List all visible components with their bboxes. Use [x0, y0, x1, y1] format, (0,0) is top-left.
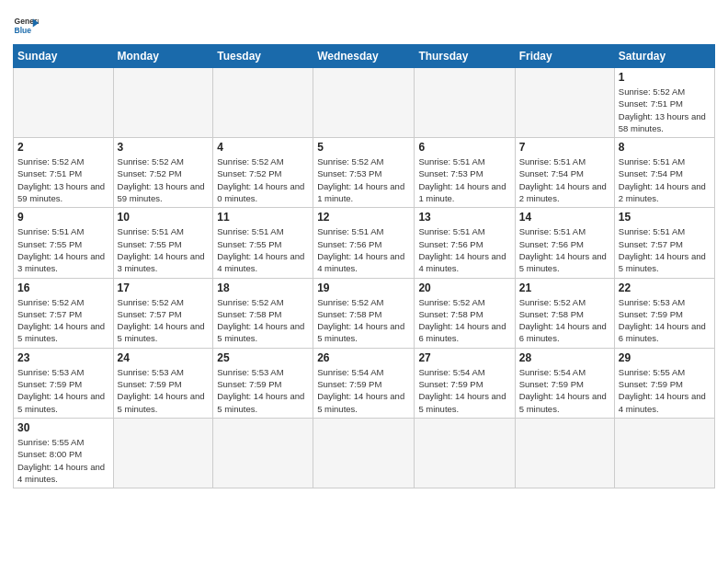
calendar-day-cell — [415, 418, 515, 488]
calendar-day-cell — [213, 418, 313, 488]
calendar-day-cell: 17Sunrise: 5:52 AM Sunset: 7:57 PM Dayli… — [113, 278, 213, 348]
day-info: Sunrise: 5:52 AM Sunset: 7:57 PM Dayligh… — [17, 296, 109, 345]
calendar-day-cell — [614, 418, 714, 488]
day-number: 21 — [519, 282, 610, 294]
calendar-day-cell: 19Sunrise: 5:52 AM Sunset: 7:58 PM Dayli… — [313, 278, 415, 348]
day-number: 11 — [217, 211, 309, 224]
calendar-day-cell: 10Sunrise: 5:51 AM Sunset: 7:55 PM Dayli… — [113, 208, 213, 278]
day-number: 10 — [118, 211, 210, 224]
weekday-header: Sunday — [14, 45, 114, 68]
calendar-day-cell: 7Sunrise: 5:51 AM Sunset: 7:54 PM Daylig… — [515, 138, 614, 208]
day-info: Sunrise: 5:52 AM Sunset: 7:51 PM Dayligh… — [17, 155, 109, 204]
calendar-day-cell: 12Sunrise: 5:51 AM Sunset: 7:56 PM Dayli… — [313, 208, 415, 278]
day-number: 2 — [17, 141, 109, 154]
weekday-header: Thursday — [415, 45, 515, 68]
day-info: Sunrise: 5:55 AM Sunset: 8:00 PM Dayligh… — [17, 436, 109, 485]
calendar-day-cell: 14Sunrise: 5:51 AM Sunset: 7:56 PM Dayli… — [515, 208, 614, 278]
calendar-day-cell: 25Sunrise: 5:53 AM Sunset: 7:59 PM Dayli… — [213, 348, 313, 418]
calendar-day-cell: 15Sunrise: 5:51 AM Sunset: 7:57 PM Dayli… — [614, 208, 714, 278]
svg-text:Blue: Blue — [15, 26, 32, 35]
logo-icon: General Blue — [13, 13, 39, 39]
calendar-day-cell — [213, 68, 313, 138]
calendar-day-cell: 5Sunrise: 5:52 AM Sunset: 7:53 PM Daylig… — [313, 138, 415, 208]
day-number: 30 — [17, 421, 109, 434]
day-number: 28 — [519, 351, 610, 364]
day-number: 3 — [118, 141, 210, 154]
calendar-day-cell — [313, 68, 415, 138]
calendar-week-row: 2Sunrise: 5:52 AM Sunset: 7:51 PM Daylig… — [14, 138, 715, 208]
calendar-day-cell: 27Sunrise: 5:54 AM Sunset: 7:59 PM Dayli… — [415, 348, 515, 418]
calendar-day-cell — [313, 418, 415, 488]
day-info: Sunrise: 5:53 AM Sunset: 7:59 PM Dayligh… — [619, 296, 711, 345]
day-info: Sunrise: 5:52 AM Sunset: 7:51 PM Dayligh… — [619, 86, 711, 134]
weekday-header: Tuesday — [213, 45, 313, 68]
calendar-day-cell: 1Sunrise: 5:52 AM Sunset: 7:51 PM Daylig… — [614, 68, 714, 138]
calendar-day-cell — [415, 68, 515, 138]
day-number: 24 — [118, 351, 210, 364]
day-info: Sunrise: 5:53 AM Sunset: 7:59 PM Dayligh… — [17, 366, 109, 415]
calendar-day-cell: 6Sunrise: 5:51 AM Sunset: 7:53 PM Daylig… — [415, 138, 515, 208]
day-number: 7 — [519, 141, 610, 154]
day-number: 22 — [619, 282, 711, 294]
page: General Blue SundayMondayTuesdayWednesda… — [0, 0, 728, 501]
calendar-week-row: 9Sunrise: 5:51 AM Sunset: 7:55 PM Daylig… — [14, 208, 715, 278]
day-info: Sunrise: 5:51 AM Sunset: 7:56 PM Dayligh… — [519, 225, 610, 274]
day-number: 23 — [17, 351, 109, 364]
day-number: 15 — [619, 211, 711, 224]
calendar-week-row: 30Sunrise: 5:55 AM Sunset: 8:00 PM Dayli… — [14, 418, 715, 488]
calendar-day-cell — [113, 68, 213, 138]
day-info: Sunrise: 5:51 AM Sunset: 7:53 PM Dayligh… — [418, 155, 510, 204]
day-info: Sunrise: 5:53 AM Sunset: 7:59 PM Dayligh… — [217, 366, 309, 415]
calendar-day-cell: 4Sunrise: 5:52 AM Sunset: 7:52 PM Daylig… — [213, 138, 313, 208]
day-number: 14 — [519, 211, 610, 224]
day-info: Sunrise: 5:55 AM Sunset: 7:59 PM Dayligh… — [619, 366, 711, 415]
day-number: 1 — [619, 71, 711, 84]
day-number: 8 — [619, 141, 711, 154]
day-number: 5 — [317, 141, 410, 154]
calendar-day-cell: 16Sunrise: 5:52 AM Sunset: 7:57 PM Dayli… — [14, 278, 114, 348]
day-number: 4 — [217, 141, 309, 154]
day-number: 12 — [317, 211, 410, 224]
day-info: Sunrise: 5:52 AM Sunset: 7:58 PM Dayligh… — [418, 296, 510, 345]
calendar-day-cell: 11Sunrise: 5:51 AM Sunset: 7:55 PM Dayli… — [213, 208, 313, 278]
day-info: Sunrise: 5:54 AM Sunset: 7:59 PM Dayligh… — [317, 366, 410, 415]
day-number: 20 — [418, 282, 510, 294]
calendar-day-cell: 2Sunrise: 5:52 AM Sunset: 7:51 PM Daylig… — [14, 138, 114, 208]
calendar-week-row: 16Sunrise: 5:52 AM Sunset: 7:57 PM Dayli… — [14, 278, 715, 348]
weekday-header: Saturday — [614, 45, 714, 68]
day-number: 29 — [619, 351, 711, 364]
weekday-header: Monday — [113, 45, 213, 68]
calendar-day-cell: 21Sunrise: 5:52 AM Sunset: 7:58 PM Dayli… — [515, 278, 614, 348]
day-info: Sunrise: 5:54 AM Sunset: 7:59 PM Dayligh… — [418, 366, 510, 415]
day-number: 26 — [317, 351, 410, 364]
calendar-day-cell: 3Sunrise: 5:52 AM Sunset: 7:52 PM Daylig… — [113, 138, 213, 208]
weekday-header: Friday — [515, 45, 614, 68]
day-info: Sunrise: 5:52 AM Sunset: 7:52 PM Dayligh… — [118, 155, 210, 204]
day-info: Sunrise: 5:52 AM Sunset: 7:58 PM Dayligh… — [519, 296, 610, 345]
day-info: Sunrise: 5:51 AM Sunset: 7:55 PM Dayligh… — [17, 225, 109, 274]
calendar-day-cell: 28Sunrise: 5:54 AM Sunset: 7:59 PM Dayli… — [515, 348, 614, 418]
calendar-week-row: 23Sunrise: 5:53 AM Sunset: 7:59 PM Dayli… — [14, 348, 715, 418]
calendar-table: SundayMondayTuesdayWednesdayThursdayFrid… — [13, 44, 715, 488]
day-info: Sunrise: 5:52 AM Sunset: 7:58 PM Dayligh… — [217, 296, 309, 345]
weekday-header-row: SundayMondayTuesdayWednesdayThursdayFrid… — [14, 45, 715, 68]
day-info: Sunrise: 5:52 AM Sunset: 7:58 PM Dayligh… — [317, 296, 410, 345]
day-number: 25 — [217, 351, 309, 364]
header: General Blue — [13, 9, 715, 39]
calendar-day-cell: 26Sunrise: 5:54 AM Sunset: 7:59 PM Dayli… — [313, 348, 415, 418]
calendar-day-cell: 23Sunrise: 5:53 AM Sunset: 7:59 PM Dayli… — [14, 348, 114, 418]
logo: General Blue — [13, 13, 39, 39]
day-number: 13 — [418, 211, 510, 224]
day-number: 17 — [118, 282, 210, 294]
calendar-day-cell: 24Sunrise: 5:53 AM Sunset: 7:59 PM Dayli… — [113, 348, 213, 418]
calendar-day-cell: 18Sunrise: 5:52 AM Sunset: 7:58 PM Dayli… — [213, 278, 313, 348]
day-info: Sunrise: 5:51 AM Sunset: 7:55 PM Dayligh… — [118, 225, 210, 274]
day-number: 27 — [418, 351, 510, 364]
calendar-day-cell: 8Sunrise: 5:51 AM Sunset: 7:54 PM Daylig… — [614, 138, 714, 208]
calendar-day-cell: 30Sunrise: 5:55 AM Sunset: 8:00 PM Dayli… — [14, 418, 114, 488]
day-number: 9 — [17, 211, 109, 224]
day-info: Sunrise: 5:52 AM Sunset: 7:57 PM Dayligh… — [118, 296, 210, 345]
calendar-day-cell — [515, 418, 614, 488]
calendar-day-cell: 9Sunrise: 5:51 AM Sunset: 7:55 PM Daylig… — [14, 208, 114, 278]
calendar-day-cell: 20Sunrise: 5:52 AM Sunset: 7:58 PM Dayli… — [415, 278, 515, 348]
